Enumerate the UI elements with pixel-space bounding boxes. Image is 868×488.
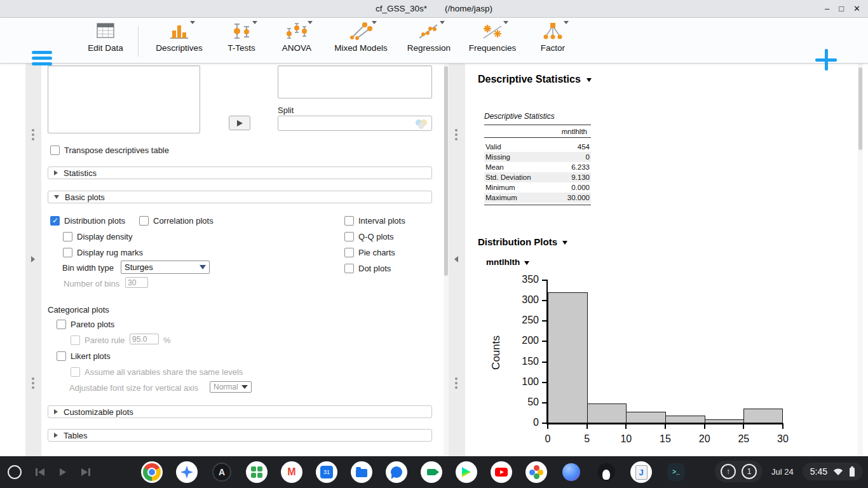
x-tick xyxy=(743,423,744,429)
play-games-icon[interactable] xyxy=(246,461,268,483)
results-scrollbar[interactable] xyxy=(858,64,863,456)
media-next-icon[interactable] xyxy=(81,468,90,476)
x-tick-label: 15 xyxy=(655,433,675,445)
minimize-button[interactable]: – xyxy=(825,0,829,18)
battery-icon xyxy=(849,466,855,477)
linux-penguin-icon[interactable] xyxy=(595,461,617,483)
scrollbar-thumb[interactable] xyxy=(858,67,862,150)
calendar-icon[interactable] xyxy=(316,461,337,483)
correlation-plots-checkbox[interactable]: Correlation plots xyxy=(139,215,214,226)
splitter-handle[interactable] xyxy=(32,377,34,389)
dot-plots-checkbox[interactable]: Dot plots xyxy=(344,263,391,273)
split-field[interactable] xyxy=(278,116,432,131)
a-app-icon[interactable] xyxy=(211,461,233,483)
section-customizable-plots[interactable]: Customizable plots xyxy=(48,405,432,418)
gmail-icon[interactable] xyxy=(281,461,302,483)
section-label: Statistics xyxy=(64,168,97,178)
pareto-rule-input[interactable]: 95.0 xyxy=(130,334,159,344)
youtube-icon[interactable] xyxy=(491,461,512,483)
number-of-bins-label: Number of bins xyxy=(64,278,119,288)
assign-variable-button[interactable] xyxy=(229,116,250,130)
toolbar-regression[interactable]: Regression xyxy=(402,20,456,53)
results-panel: Descriptive Statistics Descriptive Stati… xyxy=(465,64,857,456)
transpose-checkbox[interactable]: Transpose descriptives table xyxy=(50,145,169,155)
y-tick xyxy=(542,402,548,403)
close-button[interactable]: ✕ xyxy=(853,0,860,18)
section-tables[interactable]: Tables xyxy=(48,429,432,442)
toolbar-frequencies[interactable]: Frequencies xyxy=(464,20,521,53)
pareto-plots-checkbox[interactable]: Pareto plots xyxy=(57,319,114,329)
results-menu-caret-icon[interactable] xyxy=(524,261,529,265)
media-play-icon[interactable] xyxy=(60,468,66,476)
splitter-handle[interactable] xyxy=(455,377,458,389)
interval-plots-checkbox[interactable]: Interval plots xyxy=(344,215,405,226)
results-menu-caret-icon[interactable] xyxy=(562,241,567,245)
display-density-checkbox[interactable]: Display density xyxy=(63,231,132,241)
number-of-bins-input[interactable]: 30 xyxy=(125,277,148,288)
hamburger-menu-icon[interactable] xyxy=(32,51,52,65)
assume-levels-checkbox[interactable]: Assume all variables share the same leve… xyxy=(71,367,243,377)
results-splitter[interactable] xyxy=(449,64,465,456)
media-previous-icon[interactable] xyxy=(36,468,44,476)
screen-capture-icon[interactable] xyxy=(721,464,736,479)
checkbox-label: Display density xyxy=(77,232,132,241)
chrome-icon[interactable] xyxy=(141,461,163,483)
y-tick xyxy=(542,382,548,383)
toolbar-t-tests[interactable]: T-Tests xyxy=(214,20,269,53)
descriptives-results-heading[interactable]: Descriptive Statistics xyxy=(478,74,592,85)
explore-app-icon[interactable] xyxy=(560,461,582,483)
terminal-icon[interactable] xyxy=(665,461,687,483)
toolbar-factor[interactable]: Factor xyxy=(526,20,580,53)
results-menu-caret-icon[interactable] xyxy=(587,78,592,82)
notification-counter[interactable]: 1 xyxy=(742,464,757,479)
chevron-down-icon xyxy=(200,265,206,269)
distribution-plots-checkbox[interactable]: Distribution plots xyxy=(50,215,125,226)
left-splitter[interactable] xyxy=(25,64,41,456)
assigned-variables-list[interactable] xyxy=(278,65,432,98)
toolbar-mixed-models[interactable]: Mixed Models xyxy=(330,20,391,53)
plot-variable-heading[interactable]: mntlhlth xyxy=(486,257,529,267)
likert-plots-checkbox[interactable]: Likert plots xyxy=(57,351,111,361)
section-basic-plots[interactable]: Basic plots xyxy=(48,191,432,203)
toolbar-descriptives[interactable]: Descriptives xyxy=(152,20,207,53)
distribution-plots-heading[interactable]: Distribution Plots xyxy=(478,236,567,247)
toolbar-edit-data[interactable]: Edit Data xyxy=(78,20,133,53)
expand-data-arrow-icon[interactable] xyxy=(31,256,35,262)
play-store-icon[interactable] xyxy=(456,461,477,483)
scrollbar-thumb[interactable] xyxy=(444,66,448,276)
qq-plots-checkbox[interactable]: Q-Q plots xyxy=(344,231,394,241)
splitter-handle[interactable] xyxy=(455,129,458,140)
maximize-button[interactable]: □ xyxy=(839,0,844,18)
gemini-icon[interactable] xyxy=(176,461,198,483)
expand-results-arrow-icon[interactable] xyxy=(454,256,458,262)
pareto-rule-checkbox[interactable]: Pareto rule xyxy=(71,335,125,345)
add-analysis-icon[interactable] xyxy=(815,49,837,71)
checkbox-label: Assume all variables share the same leve… xyxy=(85,367,243,377)
messages-icon[interactable] xyxy=(386,461,407,483)
camera-icon[interactable] xyxy=(421,461,442,483)
launcher-icon[interactable] xyxy=(8,465,22,479)
options-scrollbar[interactable] xyxy=(444,64,449,456)
font-size-select[interactable]: Normal xyxy=(210,381,252,393)
font-size-label: Adjustable font size for vertical axis xyxy=(69,383,198,393)
table-row: Mean6.233 xyxy=(484,162,591,172)
ribbon-toolbar: Edit Data Descriptives xyxy=(0,18,868,64)
display-rug-marks-checkbox[interactable]: Display rug marks xyxy=(63,247,143,257)
files-icon[interactable] xyxy=(351,461,372,483)
pie-charts-checkbox[interactable]: Pie charts xyxy=(344,247,395,257)
bin-width-type-select[interactable]: Sturges xyxy=(121,261,210,274)
chevron-down-icon xyxy=(564,21,569,24)
photos-icon[interactable] xyxy=(526,461,547,483)
y-tick-label: 150 xyxy=(510,356,539,367)
splitter-handle[interactable] xyxy=(32,129,34,140)
checkbox-icon xyxy=(344,264,354,273)
histogram-bar xyxy=(665,416,705,423)
available-variables-list[interactable] xyxy=(48,65,200,133)
status-area[interactable]: 5:45 xyxy=(803,463,863,480)
date-display[interactable]: Jul 24 xyxy=(769,467,796,477)
section-statistics[interactable]: Statistics xyxy=(48,166,432,179)
histogram-bar xyxy=(548,292,588,423)
toolbar-anova[interactable]: ANOVA xyxy=(269,20,324,53)
jasp-app-icon[interactable] xyxy=(630,461,652,483)
x-tick-label: 25 xyxy=(733,433,754,445)
